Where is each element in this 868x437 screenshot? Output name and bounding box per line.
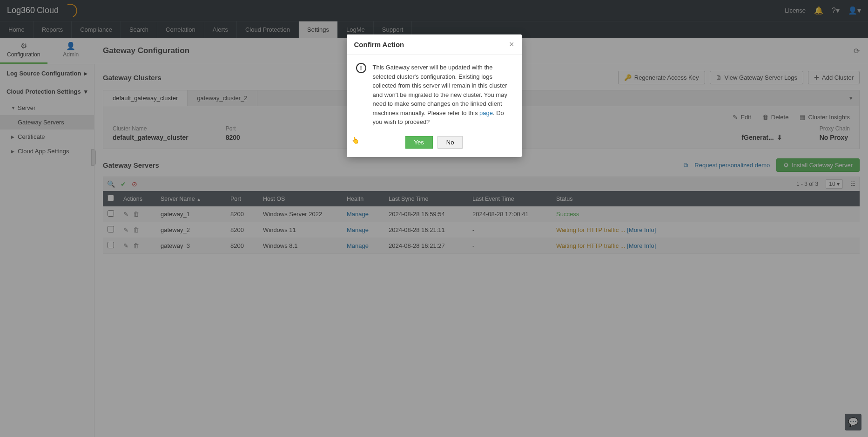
modal-header: Confirm Action × bbox=[347, 34, 522, 55]
modal-text-pre: This Gateway server will be updated with… bbox=[373, 64, 507, 116]
modal-page-link[interactable]: page bbox=[479, 109, 493, 116]
modal-title: Confirm Action bbox=[354, 41, 404, 48]
confirm-modal: Confirm Action × ! This Gateway server w… bbox=[347, 34, 522, 157]
modal-overlay[interactable]: Confirm Action × ! This Gateway server w… bbox=[0, 0, 868, 437]
no-button[interactable]: No bbox=[437, 136, 463, 149]
yes-button[interactable]: Yes bbox=[405, 136, 433, 149]
modal-body: ! This Gateway server will be updated wi… bbox=[347, 55, 522, 131]
modal-footer: Yes No bbox=[347, 131, 522, 157]
modal-text: This Gateway server will be updated with… bbox=[373, 63, 512, 127]
modal-close-button[interactable]: × bbox=[509, 40, 514, 48]
warning-icon: ! bbox=[356, 63, 366, 73]
